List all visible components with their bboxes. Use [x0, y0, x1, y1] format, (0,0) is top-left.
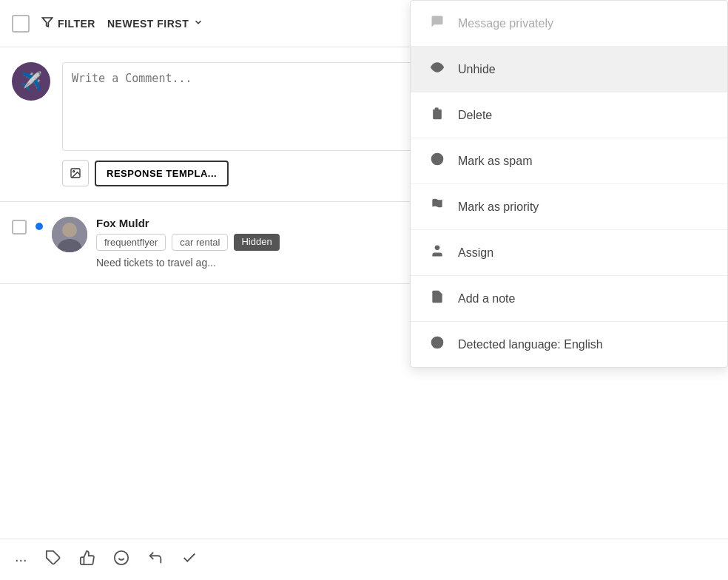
svg-point-17 — [435, 246, 440, 251]
tag-icon[interactable] — [45, 550, 61, 570]
svg-point-2 — [73, 171, 75, 172]
chevron-down-icon — [193, 17, 203, 30]
filter-icon — [41, 16, 53, 30]
menu-item-unhide[interactable]: Unhide — [411, 47, 727, 92]
select-all-checkbox[interactable] — [12, 15, 30, 33]
response-template-button[interactable]: RESPONSE TEMPLA... — [95, 161, 229, 186]
avatar-icon: ✈️ — [20, 71, 42, 92]
conversation-avatar — [52, 217, 87, 252]
warning-icon — [428, 152, 446, 170]
bottom-action-bar: ··· — [0, 539, 728, 580]
svg-point-7 — [115, 551, 128, 564]
more-options-icon[interactable]: ··· — [15, 551, 27, 568]
filter-button[interactable]: FILTER — [41, 16, 95, 30]
hidden-badge: Hidden — [234, 234, 279, 251]
menu-item-mark-as-priority[interactable]: Mark as priority — [411, 184, 727, 230]
menu-item-assign-label: Assign — [458, 246, 493, 260]
avatar-image — [52, 217, 87, 252]
menu-item-mark-as-spam[interactable]: Mark as spam — [411, 138, 727, 184]
conversation-checkbox[interactable] — [12, 220, 27, 235]
menu-item-add-note-label: Add a note — [458, 292, 515, 306]
menu-item-detected-language[interactable]: Detected language: English — [411, 322, 727, 367]
trash-icon — [428, 106, 446, 124]
svg-point-10 — [436, 66, 439, 70]
reply-icon[interactable] — [147, 550, 164, 570]
tag-frequentflyer: frequentflyer — [96, 234, 166, 251]
eye-icon — [428, 60, 446, 78]
menu-item-add-note[interactable]: Add a note — [411, 276, 727, 322]
person-icon — [428, 243, 446, 262]
emoji-icon[interactable] — [113, 550, 129, 570]
unread-indicator — [36, 223, 43, 230]
flag-icon — [428, 198, 446, 216]
note-icon — [428, 289, 446, 308]
menu-item-delete[interactable]: Delete — [411, 92, 727, 138]
context-menu: Message privately Unhide Delete Mark as … — [410, 0, 728, 368]
menu-item-message-privately-label: Message privately — [458, 17, 553, 30]
sort-label: NEWEST FIRST — [107, 18, 189, 30]
main-content: FILTER NEWEST FIRST ✈️ — [0, 0, 728, 580]
menu-item-delete-label: Delete — [458, 109, 492, 122]
chat-icon — [428, 14, 446, 33]
sort-button[interactable]: NEWEST FIRST — [107, 17, 203, 30]
tag-car-rental: car rental — [172, 234, 228, 251]
image-upload-button[interactable] — [62, 160, 89, 186]
menu-item-assign[interactable]: Assign — [411, 230, 727, 276]
menu-item-mark-as-priority-label: Mark as priority — [458, 200, 539, 214]
check-icon[interactable] — [181, 550, 198, 570]
user-avatar: ✈️ — [12, 62, 50, 101]
globe-icon — [428, 335, 446, 354]
svg-point-4 — [62, 223, 77, 237]
menu-item-mark-as-spam-label: Mark as spam — [458, 155, 532, 168]
thumbs-up-icon[interactable] — [79, 550, 95, 570]
menu-item-detected-language-label: Detected language: English — [458, 338, 603, 351]
menu-item-unhide-label: Unhide — [458, 63, 496, 76]
svg-marker-0 — [42, 18, 52, 27]
filter-label: FILTER — [58, 18, 95, 30]
menu-item-message-privately[interactable]: Message privately — [411, 1, 727, 47]
